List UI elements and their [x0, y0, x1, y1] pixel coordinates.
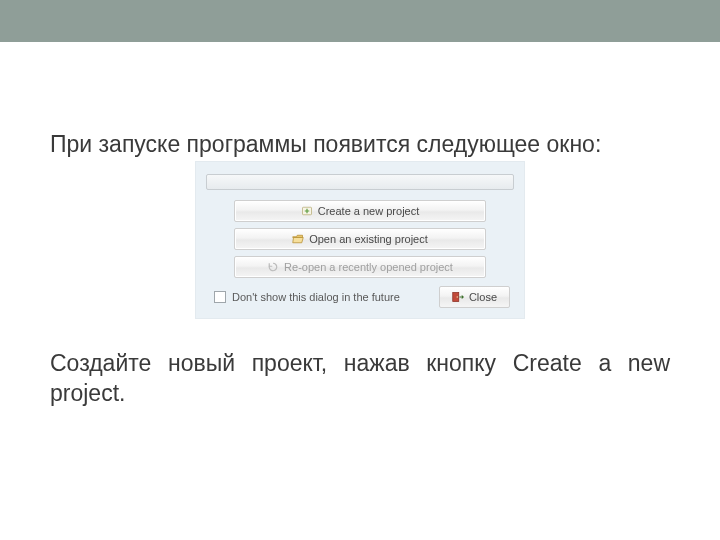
reopen-project-label: Re-open a recently opened project — [284, 261, 453, 273]
close-door-icon — [452, 291, 464, 303]
slide-content: При запуске программы появится следующее… — [0, 42, 720, 408]
open-project-button[interactable]: Open an existing project — [234, 228, 486, 250]
intro-paragraph: При запуске программы появится следующее… — [50, 130, 670, 159]
startup-dialog: Create a new project Open an existing pr… — [195, 161, 525, 319]
svg-point-2 — [456, 297, 457, 298]
dont-show-checkbox[interactable]: Don't show this dialog in the future — [214, 291, 400, 303]
instruction-paragraph: Создайте новый проект, нажав кнопку Crea… — [50, 349, 670, 408]
create-project-button[interactable]: Create a new project — [234, 200, 486, 222]
reopen-icon — [267, 261, 279, 273]
close-label: Close — [469, 291, 497, 303]
dialog-figure: Create a new project Open an existing pr… — [50, 161, 670, 319]
reopen-project-button[interactable]: Re-open a recently opened project — [234, 256, 486, 278]
close-button[interactable]: Close — [439, 286, 510, 308]
dialog-titlebar — [206, 174, 514, 190]
dont-show-label: Don't show this dialog in the future — [232, 291, 400, 303]
dialog-bottom-row: Don't show this dialog in the future Clo… — [206, 286, 514, 308]
open-folder-icon — [292, 233, 304, 245]
open-project-label: Open an existing project — [309, 233, 428, 245]
create-project-label: Create a new project — [318, 205, 420, 217]
slide-header-bar — [0, 0, 720, 42]
checkbox-box — [214, 291, 226, 303]
new-project-icon — [301, 205, 313, 217]
